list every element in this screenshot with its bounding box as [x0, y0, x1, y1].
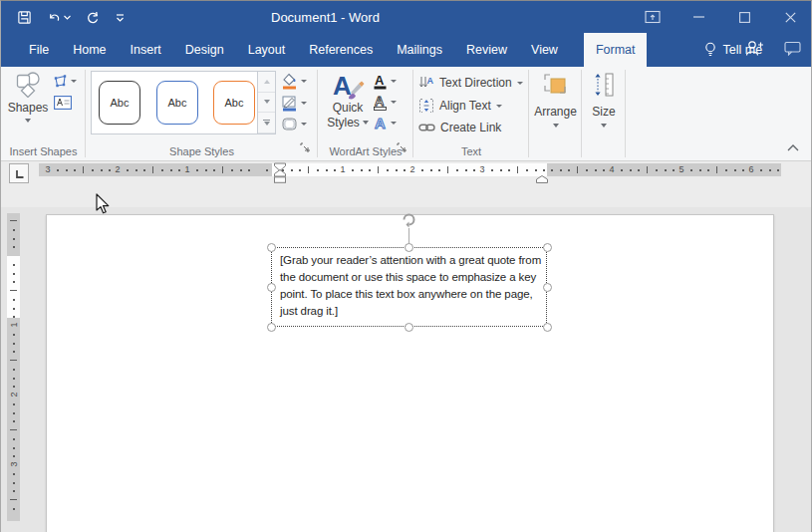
- document-area: 123 [Grab your reader’s attention with a…: [1, 207, 812, 532]
- maximize-button[interactable]: [721, 1, 767, 33]
- undo-button[interactable]: [46, 10, 71, 25]
- customize-quick-access-button[interactable]: [115, 12, 126, 23]
- text-effects-button[interactable]: A: [373, 115, 397, 132]
- handle-bottom-left[interactable]: [267, 323, 276, 332]
- save-button[interactable]: [17, 10, 32, 25]
- tab-home[interactable]: Home: [61, 33, 118, 67]
- handle-bottom-center[interactable]: [405, 323, 413, 332]
- text-direction-caret: [517, 82, 523, 85]
- create-link-button[interactable]: Create Link: [418, 121, 501, 134]
- ruler-tick: [690, 169, 692, 171]
- text-fill-button[interactable]: A: [373, 73, 397, 90]
- close-button[interactable]: [767, 1, 812, 33]
- quick-styles-button[interactable]: A Quick Styles: [326, 71, 370, 130]
- handle-top-center[interactable]: [405, 243, 413, 252]
- ruler-tick: [595, 169, 597, 171]
- handle-middle-left[interactable]: [267, 283, 276, 292]
- ruler-tick: [266, 169, 268, 171]
- shapes-dropdown-caret: [25, 119, 31, 123]
- shape-style-thumb[interactable]: Abc: [99, 81, 140, 125]
- arrange-button[interactable]: Arrange: [532, 72, 579, 128]
- shape-styles-gallery: Abc Abc Abc: [91, 71, 276, 134]
- shape-style-thumb[interactable]: Abc: [156, 81, 198, 125]
- ruler-tick: [526, 169, 528, 171]
- tab-references[interactable]: References: [297, 33, 385, 67]
- tab-stop-selector[interactable]: [9, 163, 29, 183]
- shape-outline-button[interactable]: [281, 95, 307, 112]
- collapse-ribbon-button[interactable]: [787, 137, 799, 155]
- tab-layout[interactable]: Layout: [236, 33, 298, 67]
- right-indent-marker[interactable]: [536, 169, 548, 187]
- shape-fill-button[interactable]: [281, 73, 307, 90]
- ruler-tick: [647, 166, 648, 173]
- text-outline-button[interactable]: A: [373, 94, 397, 111]
- ruler-tick: [465, 169, 467, 171]
- redo-icon: [85, 9, 101, 25]
- ruler-tick: [517, 166, 518, 173]
- ruler-tick: [13, 229, 15, 231]
- align-text-label: Align Text: [439, 99, 491, 113]
- edit-shape-button[interactable]: [53, 74, 77, 89]
- tab-insert[interactable]: Insert: [119, 33, 173, 67]
- shape-style-thumb[interactable]: Abc: [213, 81, 255, 125]
- tab-format[interactable]: Format: [584, 33, 648, 67]
- text-box-line: [Grab your reader’s attention with a gre…: [280, 252, 546, 269]
- mouse-cursor: [96, 193, 111, 219]
- ruler-tick: [178, 169, 180, 171]
- tab-view[interactable]: View: [519, 33, 570, 67]
- text-outline-icon: A: [373, 94, 388, 111]
- handle-top-right[interactable]: [543, 243, 552, 252]
- ruler-tick: [10, 499, 17, 500]
- align-text-icon: [418, 98, 434, 114]
- redo-button[interactable]: [85, 9, 101, 25]
- ruler-tick: [170, 169, 172, 171]
- selected-text-box[interactable]: [Grab your reader’s attention with a gre…: [271, 247, 547, 327]
- gallery-more-button[interactable]: [258, 113, 275, 133]
- tab-file[interactable]: File: [17, 33, 61, 67]
- indent-markers[interactable]: [274, 162, 286, 188]
- horizontal-ruler[interactable]: 321123456: [39, 163, 781, 176]
- shape-effects-button[interactable]: [281, 117, 307, 132]
- ruler-area: 321123456: [1, 161, 812, 207]
- gallery-scroll-up-button[interactable]: [258, 72, 275, 93]
- ruler-tick: [621, 169, 623, 171]
- sign-in-button[interactable]: [745, 40, 764, 61]
- ruler-tick: [742, 169, 744, 171]
- handle-middle-right[interactable]: [543, 283, 552, 292]
- ruler-tick: [456, 169, 458, 171]
- ruler-tick: [777, 169, 779, 171]
- size-label: Size: [592, 105, 615, 119]
- draw-text-box-button[interactable]: [54, 96, 72, 110]
- ribbon-tab-row: File Home Insert Design Layout Reference…: [1, 33, 812, 67]
- align-text-button[interactable]: Align Text: [418, 98, 502, 114]
- text-box-content[interactable]: [Grab your reader’s attention with a gre…: [280, 252, 546, 320]
- vertical-ruler[interactable]: 123: [7, 213, 20, 521]
- minimize-button[interactable]: [676, 1, 721, 33]
- v-ruler-number: 1: [9, 319, 19, 332]
- ruler-tick: [83, 166, 84, 173]
- ruler-tick: [491, 169, 493, 171]
- rotation-handle[interactable]: [401, 211, 417, 232]
- h-ruler-number: 3: [44, 164, 53, 174]
- ruler-tick: [361, 169, 363, 171]
- undo-dropdown-icon: [64, 15, 71, 20]
- h-ruler-number: 2: [114, 164, 123, 174]
- tab-mailings[interactable]: Mailings: [385, 33, 454, 67]
- ruler-tick: [13, 412, 15, 414]
- ruler-tick: [282, 169, 284, 171]
- text-direction-button[interactable]: A Text Direction: [418, 75, 523, 91]
- comments-button[interactable]: [784, 41, 801, 60]
- tab-review[interactable]: Review: [454, 33, 519, 67]
- gallery-scroll-down-button[interactable]: [258, 93, 275, 114]
- shapes-button[interactable]: Shapes: [5, 71, 51, 123]
- size-button[interactable]: Size: [584, 72, 624, 128]
- ruler-tick: [213, 169, 215, 171]
- ribbon-display-options-button[interactable]: [630, 1, 676, 33]
- collapse-ribbon-icon: [787, 144, 799, 151]
- handle-bottom-right[interactable]: [543, 323, 552, 332]
- handle-top-left[interactable]: [267, 243, 276, 252]
- ruler-tick: [568, 169, 570, 171]
- ruler-tick: [500, 169, 502, 171]
- tab-design[interactable]: Design: [173, 33, 236, 67]
- arrange-caret: [553, 124, 559, 128]
